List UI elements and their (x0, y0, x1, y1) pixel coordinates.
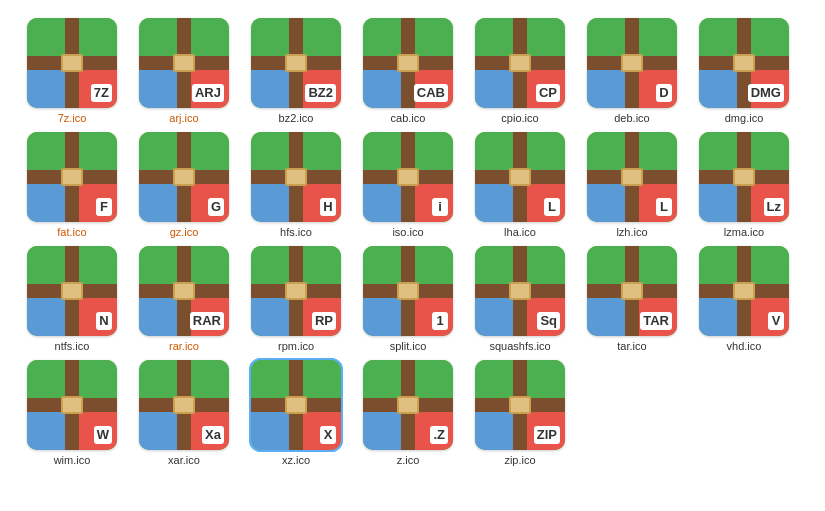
icon-label-lzh: lzh.ico (616, 226, 647, 238)
badge-cpio: CP (536, 84, 560, 102)
icon-item-tar[interactable]: TAR tar.ico (578, 246, 686, 352)
icon-wrapper-cpio[interactable]: CP (475, 18, 565, 108)
icon-label-hfs: hfs.ico (280, 226, 312, 238)
icon-wrapper-lha[interactable]: L (475, 132, 565, 222)
icon-item-deb[interactable]: D deb.ico (578, 18, 686, 124)
icon-label-fat: fat.ico (57, 226, 86, 238)
icon-label-zip: zip.ico (504, 454, 535, 466)
icon-wrapper-tar[interactable]: TAR (587, 246, 677, 336)
badge-zip: ZIP (534, 426, 560, 444)
icon-wrapper-gz[interactable]: G (139, 132, 229, 222)
icon-item-bz2[interactable]: BZ2 bz2.ico (242, 18, 350, 124)
badge-ntfs: N (96, 312, 112, 330)
icon-wrapper-rpm[interactable]: RP (251, 246, 341, 336)
icon-item-xar[interactable]: Xa xar.ico (130, 360, 238, 466)
badge-lha: L (544, 198, 560, 216)
icon-wrapper-xar[interactable]: Xa (139, 360, 229, 450)
badge-split: 1 (432, 312, 448, 330)
icon-label-xar: xar.ico (168, 454, 200, 466)
badge-bz2: BZ2 (305, 84, 336, 102)
icon-label-wim: wim.ico (54, 454, 91, 466)
icon-wrapper-arj[interactable]: ARJ (139, 18, 229, 108)
icon-label-7z: 7z.ico (58, 112, 87, 124)
icon-label-deb: deb.ico (614, 112, 649, 124)
icon-item-rpm[interactable]: RP rpm.ico (242, 246, 350, 352)
icon-wrapper-lzh[interactable]: L (587, 132, 677, 222)
icon-label-xz: xz.ico (282, 454, 310, 466)
icon-item-xz[interactable]: X xz.ico (242, 360, 350, 466)
icon-label-rpm: rpm.ico (278, 340, 314, 352)
badge-wim: W (94, 426, 112, 444)
icon-wrapper-vhd[interactable]: V (699, 246, 789, 336)
icon-item-iso[interactable]: i iso.ico (354, 132, 462, 238)
icon-wrapper-dmg[interactable]: DMG (699, 18, 789, 108)
icon-item-hfs[interactable]: H hfs.ico (242, 132, 350, 238)
badge-dmg: DMG (748, 84, 784, 102)
icon-wrapper-rar[interactable]: RAR (139, 246, 229, 336)
icon-wrapper-deb[interactable]: D (587, 18, 677, 108)
icon-label-rar: rar.ico (169, 340, 199, 352)
icon-wrapper-z[interactable]: .Z (363, 360, 453, 450)
icon-wrapper-hfs[interactable]: H (251, 132, 341, 222)
icon-item-z[interactable]: .Z z.ico (354, 360, 462, 466)
icon-item-lzh[interactable]: L lzh.ico (578, 132, 686, 238)
badge-rar: RAR (190, 312, 224, 330)
badge-rpm: RP (312, 312, 336, 330)
badge-arj: ARJ (192, 84, 224, 102)
icon-wrapper-7z[interactable]: 7Z (27, 18, 117, 108)
icon-wrapper-cab[interactable]: CAB (363, 18, 453, 108)
icon-label-split: split.ico (390, 340, 427, 352)
icon-item-ntfs[interactable]: N ntfs.ico (18, 246, 126, 352)
icon-item-wim[interactable]: W wim.ico (18, 360, 126, 466)
icon-item-vhd[interactable]: V vhd.ico (690, 246, 798, 352)
badge-tar: TAR (640, 312, 672, 330)
icon-grid: 7Z 7z.ico ARJ arj.ico BZ2 bz2.ico (10, 10, 815, 478)
badge-vhd: V (768, 312, 784, 330)
icon-label-arj: arj.ico (169, 112, 198, 124)
icon-wrapper-lzma[interactable]: Lz (699, 132, 789, 222)
badge-xar: Xa (202, 426, 224, 444)
icon-wrapper-zip[interactable]: ZIP (475, 360, 565, 450)
icon-label-gz: gz.ico (170, 226, 199, 238)
icon-item-squashfs[interactable]: Sq squashfs.ico (466, 246, 574, 352)
icon-label-lzma: lzma.ico (724, 226, 764, 238)
icon-label-cab: cab.ico (391, 112, 426, 124)
badge-iso: i (432, 198, 448, 216)
icon-item-rar[interactable]: RAR rar.ico (130, 246, 238, 352)
icon-wrapper-fat[interactable]: F (27, 132, 117, 222)
badge-fat: F (96, 198, 112, 216)
icon-label-iso: iso.ico (392, 226, 423, 238)
badge-deb: D (656, 84, 672, 102)
icon-wrapper-split[interactable]: 1 (363, 246, 453, 336)
badge-cab: CAB (414, 84, 448, 102)
badge-z: .Z (430, 426, 448, 444)
icon-label-z: z.ico (397, 454, 420, 466)
icon-item-arj[interactable]: ARJ arj.ico (130, 18, 238, 124)
icon-item-7z[interactable]: 7Z 7z.ico (18, 18, 126, 124)
icon-item-lzma[interactable]: Lz lzma.ico (690, 132, 798, 238)
icon-label-bz2: bz2.ico (279, 112, 314, 124)
icon-wrapper-bz2[interactable]: BZ2 (251, 18, 341, 108)
icon-item-cpio[interactable]: CP cpio.ico (466, 18, 574, 124)
icon-label-ntfs: ntfs.ico (55, 340, 90, 352)
icon-item-dmg[interactable]: DMG dmg.ico (690, 18, 798, 124)
icon-item-fat[interactable]: F fat.ico (18, 132, 126, 238)
icon-label-vhd: vhd.ico (727, 340, 762, 352)
badge-lzma: Lz (764, 198, 784, 216)
icon-label-squashfs: squashfs.ico (489, 340, 550, 352)
icon-label-tar: tar.ico (617, 340, 646, 352)
icon-label-cpio: cpio.ico (501, 112, 538, 124)
icon-item-split[interactable]: 1 split.ico (354, 246, 462, 352)
icon-wrapper-iso[interactable]: i (363, 132, 453, 222)
badge-lzh: L (656, 198, 672, 216)
icon-wrapper-ntfs[interactable]: N (27, 246, 117, 336)
icon-item-lha[interactable]: L lha.ico (466, 132, 574, 238)
icon-label-lha: lha.ico (504, 226, 536, 238)
icon-item-zip[interactable]: ZIP zip.ico (466, 360, 574, 466)
icon-wrapper-squashfs[interactable]: Sq (475, 246, 565, 336)
icon-wrapper-wim[interactable]: W (27, 360, 117, 450)
badge-gz: G (208, 198, 224, 216)
icon-wrapper-xz[interactable]: X (251, 360, 341, 450)
icon-item-gz[interactable]: G gz.ico (130, 132, 238, 238)
icon-item-cab[interactable]: CAB cab.ico (354, 18, 462, 124)
